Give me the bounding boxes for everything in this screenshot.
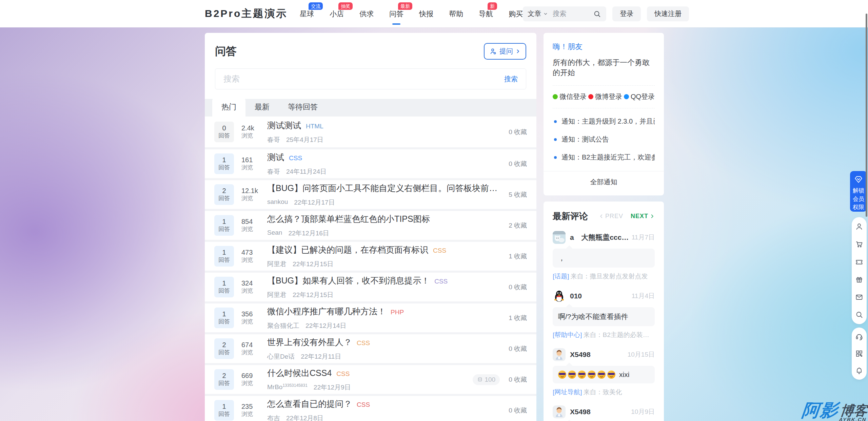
avatar[interactable]: [553, 290, 566, 302]
question-row[interactable]: 2回答 12.1k浏览 【BUG】问答页面小工具不能自定义右侧栏目。问答板块前台…: [205, 178, 536, 209]
question-title[interactable]: 测试测试: [267, 120, 301, 131]
question-author[interactable]: sankou: [267, 198, 288, 207]
notice-item[interactable]: 通知：主题升级到 2.3.0，并且已经改…: [553, 112, 655, 130]
ask-question-button[interactable]: 提问: [484, 43, 526, 60]
comment-author[interactable]: X5498: [570, 351, 628, 359]
question-author[interactable]: 布吉: [267, 414, 280, 421]
headset-icon[interactable]: [855, 333, 863, 341]
prev-button[interactable]: PREV: [599, 213, 623, 220]
nav-item-buy[interactable]: 购买: [509, 7, 523, 21]
comment-author[interactable]: X5498: [570, 408, 631, 416]
question-title[interactable]: 什么时候出CSS4: [267, 367, 332, 379]
question-row[interactable]: 1回答 324浏览 【BUG】如果有人回答，收不到消息提示！ CSS 阿里君 2…: [205, 271, 536, 301]
question-author[interactable]: 聚合猫化工: [267, 321, 299, 330]
qa-search-button[interactable]: 搜索: [496, 75, 526, 84]
question-date: 22年12月14日: [305, 321, 346, 330]
comment-text[interactable]: xixi: [553, 366, 655, 383]
question-title[interactable]: 怎么查看自已的提问？: [267, 398, 352, 409]
question-tag[interactable]: CSS: [357, 401, 370, 408]
comment-author[interactable]: 010: [570, 292, 632, 300]
search-icon[interactable]: [593, 10, 601, 18]
user-icon[interactable]: [855, 223, 863, 231]
bell-icon[interactable]: [855, 366, 863, 375]
question-title[interactable]: 【BUG】如果有人回答，收不到消息提示！: [267, 275, 430, 286]
question-row[interactable]: 1回答 854浏览 怎么搞？顶部菜单栏蓝色红色的小TIPS图标 Sean 22年…: [205, 209, 536, 240]
question-tag[interactable]: HTML: [306, 123, 323, 130]
question-title[interactable]: 怎么搞？顶部菜单栏蓝色红色的小TIPS图标: [267, 213, 430, 225]
page-scrollbar[interactable]: [866, 14, 867, 217]
question-tag[interactable]: PHP: [391, 309, 404, 316]
comment-author[interactable]: aゞ大熊瓶盖ccc…: [570, 233, 632, 242]
question-tag[interactable]: CSS: [336, 370, 350, 378]
question-author[interactable]: 春哥: [267, 135, 280, 144]
qrcode-icon[interactable]: [855, 350, 863, 358]
avatar[interactable]: [553, 405, 566, 418]
question-row[interactable]: 1回答 473浏览 【建议】已解决的问题，在存档页面有标识 CSS 阿里君 22…: [205, 240, 536, 271]
question-row[interactable]: 1回答 161浏览 测试 CSS 春哥 24年11月24日 0 收藏: [205, 147, 536, 178]
search-category-select[interactable]: 文章: [528, 9, 548, 18]
question-tag[interactable]: CSS: [357, 339, 370, 347]
question-author[interactable]: Sean: [267, 229, 282, 238]
question-date: 25年4月17日: [286, 135, 323, 144]
question-title[interactable]: 测试: [267, 152, 284, 163]
all-notices-link[interactable]: 全部通知: [544, 171, 664, 187]
question-tag[interactable]: CSS: [433, 247, 446, 254]
qq-login-button[interactable]: QQ登录: [624, 92, 655, 101]
nav-item-supply[interactable]: 供求: [359, 7, 374, 21]
search-icon[interactable]: [855, 311, 863, 319]
gift-icon[interactable]: [855, 275, 863, 283]
question-author[interactable]: 阿里君: [267, 260, 287, 269]
rail-toolbar-primary: [852, 217, 867, 324]
favorite-count: 1 收藏: [509, 252, 527, 261]
question-title[interactable]: 【建议】已解决的问题，在存档页面有标识: [267, 244, 428, 255]
question-tag[interactable]: CSS: [434, 278, 448, 285]
question-author[interactable]: MrBo13353145831: [267, 383, 308, 392]
vip-unlock-button[interactable]: 解锁 会员 权限: [850, 171, 867, 212]
question-title[interactable]: 微信小程序推广有哪几种方法！: [267, 306, 386, 317]
question-tag[interactable]: CSS: [289, 154, 302, 162]
avatar[interactable]: [553, 348, 566, 361]
ticket-icon[interactable]: [855, 258, 863, 266]
wechat-login-button[interactable]: 微信登录: [553, 92, 587, 101]
nav-item-qa[interactable]: 问答 最新: [389, 7, 403, 21]
nav-item-planet[interactable]: 星球 交流: [300, 7, 314, 21]
tab-hot[interactable]: 热门: [212, 98, 245, 117]
login-button[interactable]: 登录: [612, 6, 641, 21]
watermark-part3: AYBK.CN: [839, 417, 867, 421]
comment-text[interactable]: ，: [553, 249, 655, 268]
next-button[interactable]: NEXT: [631, 213, 655, 220]
mail-icon[interactable]: [855, 293, 863, 301]
question-title[interactable]: 【BUG】问答页面小工具不能自定义右侧栏目。问答板块前台不现实，回答不提示。所…: [267, 183, 502, 194]
comment-text[interactable]: 啊/?为啥不能查看插件: [553, 307, 655, 326]
comment-source-tag[interactable]: [帮助中心]: [553, 331, 582, 338]
question-row[interactable]: 1回答 235浏览 怎么查看自已的提问？ CSS 布吉 22年12月8日 0 收…: [205, 394, 536, 421]
question-author[interactable]: 春哥: [267, 167, 280, 176]
tab-latest[interactable]: 最新: [245, 98, 279, 117]
notice-item[interactable]: 通知：测试公告: [553, 130, 655, 148]
comment-source-tag[interactable]: [网址导航]: [553, 388, 582, 396]
site-logo[interactable]: B2Pro主题演示: [205, 7, 288, 21]
tab-waiting[interactable]: 等待回答: [279, 98, 327, 117]
nav-item-news[interactable]: 快报: [419, 7, 433, 21]
question-title[interactable]: 世界上有没有外星人？: [267, 337, 352, 348]
question-author[interactable]: 阿里君: [267, 291, 287, 299]
register-button[interactable]: 快速注册: [647, 6, 689, 21]
main-content: 问答 提问 搜索 热门 最新 等待回答 0回答 2.4k浏览: [205, 33, 536, 421]
weibo-login-button[interactable]: 微博登录: [588, 92, 622, 101]
question-row[interactable]: 2回答 669浏览 什么时候出CSS4 CSS MrBo13353145831 …: [205, 363, 536, 394]
avatar[interactable]: [553, 231, 566, 244]
nav-item-help[interactable]: 帮助: [449, 7, 463, 21]
qa-search-input[interactable]: [215, 74, 496, 84]
question-row[interactable]: 0回答 2.4k浏览 测试测试 HTML 春哥 25年4月17日 0 收藏: [205, 117, 536, 147]
question-meta: 阿里君 22年12月15日: [267, 291, 502, 299]
question-author[interactable]: 心里De话: [267, 352, 295, 361]
nav-item-shop[interactable]: 小店 抽奖: [330, 7, 344, 21]
question-row[interactable]: 2回答 674浏览 世界上有没有外星人？ CSS 心里De话 22年12月11日…: [205, 332, 536, 363]
comment-source-tag[interactable]: [话题]: [553, 273, 569, 280]
nav-item-nav[interactable]: 导航 新: [479, 7, 493, 21]
navbar-search-input[interactable]: [553, 10, 593, 18]
cart-icon[interactable]: [855, 240, 863, 248]
notice-item[interactable]: 通知：B2主题接近完工，欢迎参观: [553, 148, 655, 166]
question-row[interactable]: 1回答 356浏览 微信小程序推广有哪几种方法！ PHP 聚合猫化工 22年12…: [205, 301, 536, 332]
view-count: 324浏览: [239, 279, 260, 295]
